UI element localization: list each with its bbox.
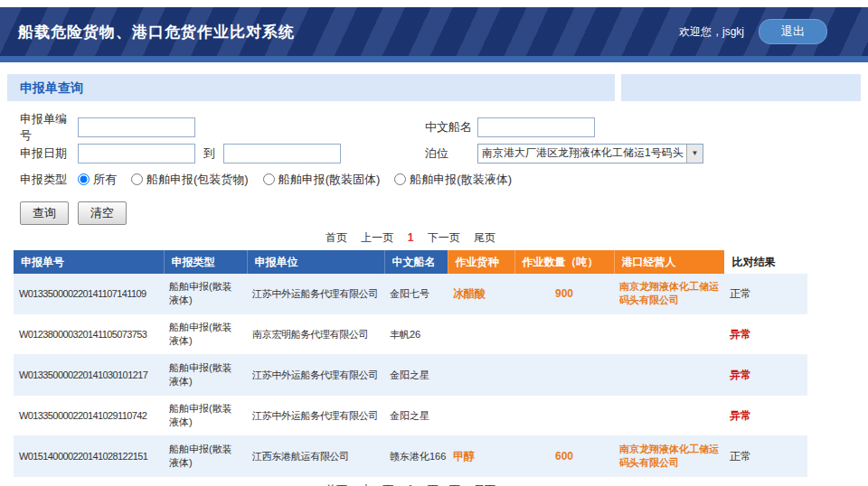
result-text: 正常 (730, 450, 751, 463)
cell-quantity (514, 314, 614, 355)
declaration-no-label: 申报单编号 (20, 111, 78, 144)
cell-ship: 金阳之星 (384, 396, 448, 436)
cell-ship: 丰帆26 (384, 314, 448, 355)
date-from-input[interactable] (78, 144, 195, 164)
cell-type: 船舶申报(散装液体) (164, 436, 247, 477)
cell-quantity (514, 396, 614, 436)
radio-bulk-solid-input[interactable] (263, 173, 275, 185)
cell-result: 正常 (724, 436, 807, 477)
col-header-ship: 中文船名 (384, 250, 448, 274)
table-row: W012380000320141105073753 船舶申报(散装液体) 南京宏… (14, 314, 807, 355)
query-form: 申报单编号 中文船名 申报日期 到 泊位 南京港大厂港区龙翔液体化工储运1号码头… (0, 101, 868, 192)
radio-all-label: 所有 (93, 172, 117, 188)
cell-cargo: 冰醋酸 (448, 274, 514, 314)
cell-quantity: 900 (514, 274, 614, 314)
cell-ship: 赣东港化166 (384, 436, 448, 477)
header-accent-strip (0, 56, 868, 62)
cell-result: 异常 (724, 314, 807, 355)
radio-bulk-liquid-input[interactable] (394, 173, 406, 185)
section-title-tab: 申报单查询 (7, 74, 615, 101)
section-bar-right-segment (621, 74, 861, 101)
pagination-prev[interactable]: 上一页 (361, 231, 393, 244)
radio-packaged-input[interactable] (131, 173, 143, 185)
cell-agent: 江苏中外运船务代理有限公司 (247, 355, 384, 396)
date-label: 申报日期 (20, 145, 78, 162)
cell-declaration-no: W015140000220141028122151 (14, 436, 164, 477)
pagination-first[interactable]: 首页 (326, 231, 347, 244)
cell-quantity: 600 (514, 436, 614, 477)
table-row: W013350000220141107141109 船舶申报(散装液体) 江苏中… (14, 274, 807, 314)
section-bar-gap (615, 74, 621, 101)
col-header-cargo: 作业货种 (448, 250, 514, 274)
cell-declaration-no: W013350000220141107141109 (14, 274, 164, 314)
berth-select[interactable]: 南京港大厂港区龙翔液体化工储运1号码头 ▼ (477, 144, 703, 164)
chevron-down-icon: ▼ (686, 145, 703, 163)
result-text: 异常 (730, 409, 751, 422)
cell-type: 船舶申报(散装液体) (164, 274, 247, 314)
cell-operator: 南京龙翔液体化工储运码头有限公司 (614, 436, 724, 477)
berth-selected-value: 南京港大厂港区龙翔液体化工储运1号码头 (478, 145, 686, 161)
declare-type-radio-group: 所有 船舶申报(包装货物) 船舶申报(散装固体) 船舶申报(散装液体) (78, 172, 512, 188)
user-zone: 欢迎您，jsgkj 退出 (679, 19, 827, 44)
radio-bulk-liquid-label: 船舶申报(散装液体) (410, 172, 512, 188)
cell-cargo (448, 355, 514, 396)
date-to-input[interactable] (223, 144, 341, 164)
radio-option-bulk-liquid: 船舶申报(散装液体) (394, 172, 512, 188)
cell-operator (614, 396, 724, 436)
welcome-text: 欢迎您，jsgkj (679, 24, 744, 40)
cell-ship: 金阳七号 (384, 274, 448, 314)
result-text: 异常 (730, 369, 751, 381)
query-button[interactable]: 查询 (20, 201, 69, 225)
pagination-next[interactable]: 下一页 (428, 231, 460, 244)
cell-operator (614, 314, 724, 355)
pagination-top: 首页 上一页 1 下一页 尾页 (14, 230, 807, 245)
cell-result: 异常 (724, 396, 807, 436)
table-body: W013350000220141107141109 船舶申报(散装液体) 江苏中… (14, 274, 807, 477)
cell-cargo (448, 314, 514, 355)
table-row: W015140000220141028122151 船舶申报(散装液体) 江西东… (14, 436, 807, 477)
radio-all-input[interactable] (78, 173, 90, 185)
ship-name-label: 中文船名 (425, 119, 477, 136)
date-to-text: 到 (203, 145, 215, 162)
col-header-declaration-no: 申报单号 (14, 250, 164, 274)
section-title: 申报单查询 (20, 80, 83, 95)
radio-option-packaged: 船舶申报(包装货物) (131, 172, 249, 188)
cell-agent: 江苏中外运船务代理有限公司 (247, 274, 384, 314)
clear-button[interactable]: 清空 (78, 201, 127, 225)
result-text: 正常 (730, 287, 751, 300)
type-label: 申报类型 (20, 172, 78, 188)
cell-declaration-no: W012380000320141105073753 (14, 314, 164, 355)
results-table: 申报单号 申报类型 申报单位 中文船名 作业货种 作业数量（吨） 港口经营人 比… (14, 250, 807, 477)
col-header-type: 申报类型 (164, 250, 247, 274)
col-header-quantity: 作业数量（吨） (514, 250, 614, 274)
cell-result: 正常 (724, 274, 807, 314)
section-bar: 申报单查询 (7, 74, 861, 101)
cell-agent: 南京宏明船务代理有限公司 (247, 314, 384, 355)
col-header-result: 比对结果 (724, 250, 807, 274)
cell-operator (614, 355, 724, 396)
action-buttons: 查询 清空 (20, 201, 868, 225)
cell-type: 船舶申报(散装液体) (164, 396, 247, 436)
pagination-last[interactable]: 尾页 (474, 231, 495, 244)
table-row: W013350000220141030101217 船舶申报(散装液体) 江苏中… (14, 355, 807, 396)
ship-name-input[interactable] (477, 117, 595, 137)
logout-button[interactable]: 退出 (759, 19, 827, 44)
result-text: 异常 (730, 328, 751, 341)
app-header: 船载危险货物、港口危货作业比对系统 欢迎您，jsgkj 退出 (0, 7, 868, 56)
cell-type: 船舶申报(散装液体) (164, 355, 247, 396)
table-row: W013350000220141029110742 船舶申报(散装液体) 江苏中… (14, 396, 807, 436)
cell-agent: 江苏中外运船务代理有限公司 (247, 396, 384, 436)
cell-quantity (514, 355, 614, 396)
cell-operator: 南京龙翔液体化工储运码头有限公司 (614, 274, 724, 314)
col-header-agent: 申报单位 (247, 250, 384, 274)
cell-declaration-no: W013350000220141029110742 (14, 396, 164, 436)
declaration-no-input[interactable] (78, 117, 195, 137)
berth-label: 泊位 (425, 145, 477, 162)
cell-cargo: 甲醇 (448, 436, 514, 477)
radio-bulk-solid-label: 船舶申报(散装固体) (278, 172, 381, 188)
cell-agent: 江西东港航运有限公司 (247, 436, 384, 477)
pagination-current: 1 (408, 231, 414, 244)
radio-option-all: 所有 (78, 172, 117, 188)
table-header-row: 申报单号 申报类型 申报单位 中文船名 作业货种 作业数量（吨） 港口经营人 比… (14, 250, 807, 274)
app-title: 船载危险货物、港口危货作业比对系统 (18, 22, 295, 42)
